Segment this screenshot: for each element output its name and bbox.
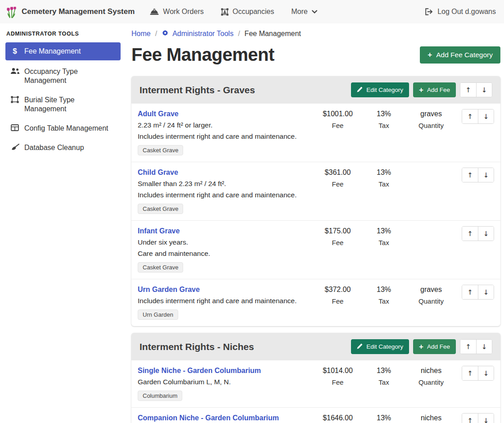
object-group-icon [10, 96, 20, 103]
tax-column: 13% Tax [364, 366, 404, 387]
fee-category-card: Interment Rights - Niches Edit Category … [131, 333, 500, 423]
fee-descriptions: 2.23 m² / 24 ft² or larger.Includes inte… [138, 120, 308, 141]
fee-reorder-controls: ↑ ↓ [458, 168, 494, 182]
fee-amount-value: $372.00 [312, 285, 364, 294]
fee-description: Smaller than 2.23 m² / 24 ft². [138, 179, 308, 188]
tax-value: 13% [364, 226, 404, 236]
fee-name-link[interactable]: Child Grave [138, 168, 178, 177]
category-header: Interment Rights - Graves Edit Category … [131, 76, 500, 104]
quantity-column: niches Quantity [404, 413, 458, 423]
breadcrumb-home-link[interactable]: Home [131, 30, 151, 38]
sidebar-item-database-cleanup[interactable]: Database Cleanup [5, 140, 121, 156]
category-actions: Edit Category + Add Fee ↑ ↓ [351, 339, 492, 354]
move-category-up-button[interactable]: ↑ [460, 340, 476, 354]
move-fee-down-button[interactable]: ↓ [478, 227, 494, 241]
tax-value: 13% [364, 366, 404, 375]
move-fee-up-button[interactable]: ↑ [462, 227, 478, 241]
table-icon [10, 124, 20, 131]
tax-value: 13% [364, 413, 404, 423]
breadcrumb-separator: / [238, 30, 240, 38]
add-fee-label: Add Fee [427, 343, 450, 350]
fee-amount-column: $1014.00 Fee [312, 366, 364, 387]
hard-hat-icon [150, 8, 159, 16]
category-title: Interment Rights - Graves [140, 85, 351, 96]
fee-type-badge: Casket Grave [138, 262, 183, 273]
fee-amount-label: Fee [312, 179, 364, 189]
edit-category-button[interactable]: Edit Category [351, 82, 409, 97]
nav-item-label: Work Orders [163, 8, 203, 16]
fee-amount-value: $1001.00 [312, 109, 364, 118]
fee-name-link[interactable]: Single Niche - Garden Columbarium [138, 366, 261, 375]
move-fee-down-button[interactable]: ↓ [478, 168, 494, 182]
add-fee-category-button[interactable]: + Add Fee Category [420, 46, 500, 64]
fee-row: Child Grave Smaller than 2.23 m² / 24 ft… [131, 162, 500, 220]
fee-category-card: Interment Rights - Graves Edit Category … [131, 76, 500, 326]
move-category-down-button[interactable]: ↓ [476, 340, 492, 354]
gear-icon [162, 29, 169, 38]
logout-button[interactable]: Log Out d.gowans [425, 8, 496, 16]
fee-amount-column: $1646.00 Fee [312, 413, 364, 423]
move-fee-down-button[interactable]: ↓ [478, 366, 494, 380]
move-fee-up-button[interactable]: ↑ [462, 366, 478, 380]
nav-item-occupancies[interactable]: Occupancies [221, 8, 274, 16]
nav-item-work-orders[interactable]: Work Orders [150, 8, 203, 16]
pencil-icon [357, 86, 363, 94]
move-fee-up-button[interactable]: ↑ [462, 414, 478, 423]
tax-label: Tax [364, 121, 404, 130]
category-reorder-controls: ↑ ↓ [460, 339, 492, 354]
fee-name-link[interactable]: Urn Garden Grave [138, 285, 200, 294]
add-fee-button[interactable]: + Add Fee [413, 339, 456, 354]
move-fee-down-button[interactable]: ↓ [478, 414, 494, 423]
fee-name-link[interactable]: Adult Grave [138, 109, 179, 118]
sidebar-item-burial-site-type-management[interactable]: Burial Site Type Management [5, 92, 121, 117]
fee-type-badge: Casket Grave [138, 204, 183, 214]
fee-row: Single Niche - Garden Columbarium Garden… [131, 360, 500, 407]
tax-column: 13% Tax [364, 226, 404, 247]
move-fee-up-button[interactable]: ↑ [462, 109, 478, 123]
move-fee-down-button[interactable]: ↓ [478, 109, 494, 123]
category-header: Interment Rights - Niches Edit Category … [131, 333, 500, 360]
fee-info: Infant Grave Under six years.Care and ma… [138, 226, 312, 273]
quantity-column: niches Quantity [404, 366, 458, 387]
fee-name-link[interactable]: Companion Niche - Garden Columbarium [138, 413, 279, 423]
category-list: Interment Rights - Graves Edit Category … [131, 76, 500, 423]
fee-description: Under six years. [138, 237, 308, 247]
quantity-column [404, 168, 458, 170]
sidebar-item-occupancy-type-management[interactable]: Occupancy Type Management [5, 64, 121, 89]
sidebar-item-fee-management[interactable]: $ Fee Management [5, 42, 121, 60]
move-fee-up-button[interactable]: ↑ [462, 168, 478, 182]
fee-description: Includes interment right and care and ma… [138, 190, 308, 200]
category-actions: Edit Category + Add Fee ↑ ↓ [351, 82, 492, 97]
sidebar-item-config-table-management[interactable]: Config Table Management [5, 120, 121, 136]
quantity-value: niches [404, 413, 458, 423]
fee-descriptions: Includes interment right and care and ma… [138, 296, 308, 305]
fee-row: Adult Grave 2.23 m² / 24 ft² or larger.I… [131, 104, 500, 162]
app-brand[interactable]: Cemetery Management System [6, 5, 135, 18]
fee-amount-label: Fee [312, 238, 364, 247]
fee-descriptions: Garden Columbarium L, M, N. [138, 377, 308, 387]
quantity-column: graves Quantity [404, 285, 458, 306]
breadcrumb-admin-tools-link[interactable]: Administrator Tools [162, 29, 234, 38]
quantity-column: graves Quantity [404, 109, 458, 130]
move-fee-down-button[interactable]: ↓ [478, 285, 494, 299]
fee-row: Companion Niche - Garden Columbarium Gar… [131, 407, 500, 423]
fee-list: Single Niche - Garden Columbarium Garden… [131, 360, 500, 423]
fee-reorder-controls: ↑ ↓ [458, 413, 494, 423]
fee-name-link[interactable]: Infant Grave [138, 226, 180, 236]
breadcrumb: Home / Administrator Tools / Fee Managem… [131, 29, 500, 38]
nav-item-label: More [291, 8, 307, 16]
add-fee-button[interactable]: + Add Fee [413, 82, 456, 97]
sidebar: ADMINISTRATOR TOOLS $ Fee Management Occ… [0, 23, 126, 159]
fee-amount-column: $175.00 Fee [312, 226, 364, 247]
category-reorder-controls: ↑ ↓ [460, 82, 492, 97]
move-fee-up-button[interactable]: ↑ [462, 285, 478, 299]
move-category-down-button[interactable]: ↓ [476, 83, 492, 97]
fee-row: Infant Grave Under six years.Care and ma… [131, 220, 500, 279]
tulip-logo-icon [6, 5, 17, 18]
fee-type-badge: Casket Grave [138, 145, 183, 155]
move-category-up-button[interactable]: ↑ [460, 83, 476, 97]
nav-item-more[interactable]: More [291, 8, 317, 16]
edit-category-button[interactable]: Edit Category [351, 339, 409, 354]
fee-list: Adult Grave 2.23 m² / 24 ft² or larger.I… [131, 104, 500, 326]
fee-description: 2.23 m² / 24 ft² or larger. [138, 120, 308, 130]
